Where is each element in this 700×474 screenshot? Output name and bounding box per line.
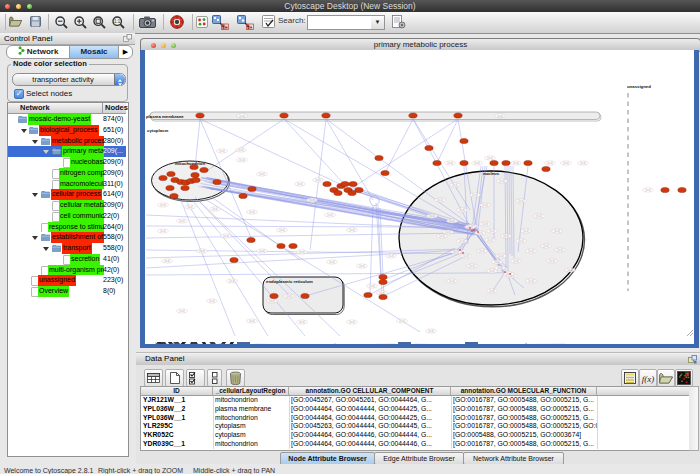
- svg-text:(x-x): (x-x): [453, 250, 459, 254]
- svg-text:(x-x): (x-x): [219, 149, 225, 153]
- svg-text:(x-x): (x-x): [259, 172, 265, 176]
- svg-text:(x-x): (x-x): [513, 259, 519, 263]
- svg-text:(x-x): (x-x): [547, 161, 553, 165]
- svg-text:unassigned: unassigned: [627, 84, 651, 89]
- svg-text:(x-x): (x-x): [315, 178, 321, 182]
- svg-text:(x-x): (x-x): [286, 294, 292, 298]
- svg-text:plasma membrane: plasma membrane: [146, 114, 184, 119]
- svg-text:(x-x): (x-x): [428, 329, 434, 333]
- svg-text:(x-x): (x-x): [645, 188, 651, 192]
- svg-text:(x-x): (x-x): [327, 213, 333, 217]
- svg-text:(x-x): (x-x): [459, 239, 465, 243]
- svg-text:(x-x): (x-x): [160, 229, 166, 233]
- svg-text:(x-x): (x-x): [489, 269, 495, 273]
- svg-text:(x-x): (x-x): [528, 249, 534, 253]
- svg-text:(x-x): (x-x): [449, 279, 455, 283]
- svg-text:(x-x): (x-x): [549, 259, 555, 263]
- svg-text:(x-x): (x-x): [452, 183, 458, 187]
- svg-text:(x-x): (x-x): [279, 228, 285, 232]
- svg-text:(x-x): (x-x): [299, 320, 305, 324]
- svg-text:(x-x): (x-x): [497, 114, 503, 118]
- svg-text:(x-x): (x-x): [199, 249, 205, 253]
- svg-text:(x-x): (x-x): [388, 254, 394, 258]
- svg-text:(x-x): (x-x): [160, 203, 166, 207]
- svg-text:(x-x): (x-x): [482, 222, 488, 226]
- svg-text:(x-x): (x-x): [499, 179, 505, 183]
- svg-text:(x-x): (x-x): [506, 272, 512, 276]
- svg-text:(x-x): (x-x): [164, 259, 170, 263]
- svg-text:(x-x): (x-x): [223, 234, 229, 238]
- svg-text:cytoplasm: cytoplasm: [147, 128, 168, 133]
- svg-text:(x-x): (x-x): [349, 320, 355, 324]
- svg-text:(x-x): (x-x): [429, 214, 435, 218]
- svg-text:(x-x): (x-x): [487, 238, 493, 242]
- svg-text:(x-x): (x-x): [445, 230, 451, 234]
- svg-text:(x-x): (x-x): [489, 289, 495, 293]
- svg-text:1:1: 1:1: [114, 19, 121, 24]
- svg-text:(x-x): (x-x): [513, 161, 519, 165]
- svg-text:(x-x): (x-x): [518, 239, 524, 243]
- svg-text:(x-x): (x-x): [329, 260, 335, 264]
- svg-text:(x-x): (x-x): [309, 198, 315, 202]
- svg-text:(x-x): (x-x): [482, 203, 488, 207]
- svg-text:(x-x): (x-x): [543, 244, 549, 248]
- svg-text:(x-x): (x-x): [580, 161, 586, 165]
- svg-text:(x-x): (x-x): [459, 208, 465, 212]
- svg-text:(x-x): (x-x): [369, 284, 375, 288]
- svg-text:(x-x): (x-x): [269, 299, 275, 303]
- svg-text:(x-x): (x-x): [494, 260, 500, 264]
- svg-text:(x-x): (x-x): [297, 182, 303, 186]
- svg-text:(x-x): (x-x): [472, 193, 478, 197]
- svg-text:(x-x): (x-x): [179, 309, 185, 313]
- svg-text:f(x): f(x): [642, 374, 655, 384]
- svg-text:(x-x): (x-x): [487, 156, 493, 160]
- svg-text:(x-x): (x-x): [528, 279, 534, 283]
- svg-text:(x-x): (x-x): [557, 248, 563, 252]
- svg-text:endoplasmic reticulum: endoplasmic reticulum: [266, 279, 313, 284]
- svg-text:(x-x): (x-x): [479, 249, 485, 253]
- svg-text:(x-x): (x-x): [503, 234, 509, 238]
- svg-text:(x-x): (x-x): [399, 319, 405, 323]
- svg-text:(x-x): (x-x): [359, 264, 365, 268]
- svg-text:(x-x): (x-x): [554, 229, 560, 233]
- svg-text:(x-x): (x-x): [187, 205, 193, 209]
- svg-text:mitochondrion: mitochondrion: [175, 161, 205, 166]
- svg-text:(x-x): (x-x): [249, 210, 255, 214]
- svg-text:(x-x): (x-x): [469, 264, 475, 268]
- svg-text:(x-x): (x-x): [259, 249, 265, 253]
- svg-text:(x-x): (x-x): [474, 161, 480, 165]
- svg-text:(x-x): (x-x): [209, 299, 215, 303]
- svg-text:(x-x): (x-x): [239, 114, 245, 118]
- svg-text:(x-x): (x-x): [249, 319, 255, 323]
- svg-text:(x-x): (x-x): [567, 268, 573, 272]
- svg-text:(x-x): (x-x): [563, 161, 569, 165]
- svg-text:(x-x): (x-x): [439, 234, 445, 238]
- svg-text:(x-x): (x-x): [489, 229, 495, 233]
- svg-text:(x-x): (x-x): [239, 158, 245, 162]
- svg-text:(x-x): (x-x): [212, 207, 218, 211]
- svg-text:(x-x): (x-x): [498, 254, 504, 258]
- svg-text:(x-x): (x-x): [437, 198, 443, 202]
- svg-text:(x-x): (x-x): [299, 250, 305, 254]
- svg-text:(x-x): (x-x): [463, 254, 469, 258]
- svg-text:(x-x): (x-x): [447, 161, 453, 165]
- svg-text:(x-x): (x-x): [179, 219, 185, 223]
- svg-text:(x-x): (x-x): [518, 199, 524, 203]
- svg-text:(x-x): (x-x): [238, 148, 244, 152]
- svg-text:(x-x): (x-x): [349, 228, 355, 232]
- svg-text:(x-x): (x-x): [523, 229, 529, 233]
- svg-text:nucleus: nucleus: [483, 171, 500, 176]
- svg-text:(x-x): (x-x): [229, 279, 235, 283]
- svg-text:(x-x): (x-x): [497, 266, 503, 270]
- svg-text:(x-x): (x-x): [536, 214, 542, 218]
- svg-text:(x-x): (x-x): [449, 219, 455, 223]
